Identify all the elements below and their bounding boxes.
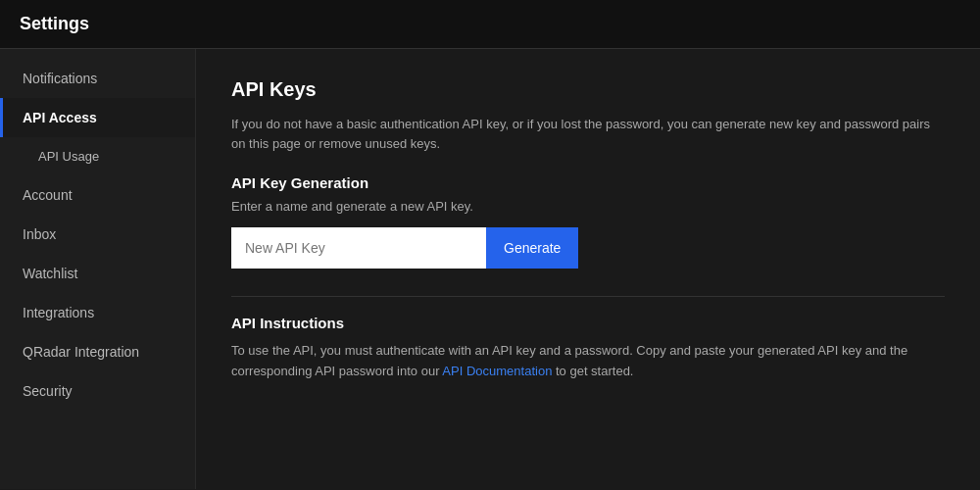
api-key-input-row: Generate	[231, 227, 945, 269]
sidebar-item-qradar-integration[interactable]: QRadar Integration	[0, 332, 195, 371]
page-title: Settings	[20, 14, 89, 33]
api-keys-description: If you do not have a basic authenticatio…	[231, 115, 945, 153]
sidebar-item-inbox[interactable]: Inbox	[0, 215, 195, 254]
api-key-generation-title: API Key Generation	[231, 174, 945, 191]
sidebar-item-notifications[interactable]: Notifications	[0, 59, 195, 98]
main-content: API Keys If you do not have a basic auth…	[196, 49, 980, 489]
api-key-generation-subtitle: Enter a name and generate a new API key.	[231, 199, 945, 214]
api-instructions-title: API Instructions	[231, 315, 945, 331]
sidebar: NotificationsAPI AccessAPI UsageAccountI…	[0, 49, 196, 489]
generate-button[interactable]: Generate	[486, 227, 578, 269]
sidebar-item-api-access[interactable]: API Access	[0, 98, 195, 137]
sidebar-item-security[interactable]: Security	[0, 371, 195, 411]
sidebar-item-api-usage[interactable]: API Usage	[0, 137, 195, 175]
divider	[231, 296, 945, 297]
api-instructions-text: To use the API, you must authenticate wi…	[231, 341, 945, 382]
new-api-key-input[interactable]	[231, 227, 486, 269]
sidebar-item-integrations[interactable]: Integrations	[0, 293, 195, 332]
api-keys-title: API Keys	[231, 78, 945, 101]
sidebar-item-account[interactable]: Account	[0, 175, 195, 215]
api-documentation-link[interactable]: API Documentation	[442, 364, 552, 378]
sidebar-item-watchlist[interactable]: Watchlist	[0, 254, 195, 293]
main-layout: NotificationsAPI AccessAPI UsageAccountI…	[0, 49, 980, 489]
header: Settings	[0, 0, 980, 49]
instructions-text-after: to get started.	[552, 364, 633, 378]
